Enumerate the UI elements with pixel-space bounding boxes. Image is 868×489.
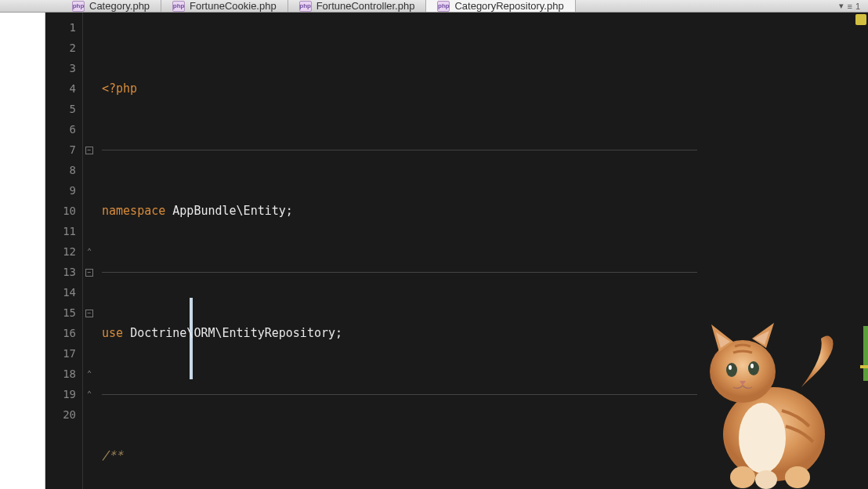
line-number[interactable]: 7 [45, 139, 76, 160]
tab-label: FortuneController.php [316, 0, 415, 12]
keyword-namespace: namespace [102, 204, 172, 218]
line-number[interactable]: 17 [45, 343, 76, 364]
fold-end-icon: ⌃ [87, 389, 92, 398]
tab-label: Category.php [89, 0, 150, 12]
code-editor[interactable]: <?php namespace AppBundle\Entity; use Do… [96, 13, 854, 489]
chevron-down-icon: ▾ [839, 1, 844, 11]
line-number[interactable]: 11 [45, 221, 76, 241]
php-file-icon: php [172, 1, 185, 12]
tab-label: FortuneCookie.php [190, 0, 277, 12]
php-file-icon: php [299, 1, 312, 12]
semicolon: ; [286, 204, 293, 218]
line-number-gutter[interactable]: 1234567891011121314151617181920 [45, 13, 83, 489]
namespace-path: AppBundle\Entity [172, 204, 286, 218]
tab-category-repository[interactable]: php CategoryRepository.php [426, 0, 575, 12]
keyword-use: use [102, 326, 130, 340]
semicolon: ; [335, 326, 342, 340]
php-file-icon: php [72, 1, 85, 12]
fold-toggle-icon[interactable]: − [85, 310, 93, 317]
ide-window: php Category.php php FortuneCookie.php p… [0, 0, 868, 489]
fold-gutter[interactable]: − ⌃ − − ⌃ ⌃ [83, 13, 96, 489]
line-number[interactable]: 8 [45, 160, 76, 180]
tab-fortune-cookie[interactable]: php FortuneCookie.php [161, 0, 288, 12]
line-number[interactable]: 2 [45, 38, 76, 58]
tab-count: 1 [855, 2, 860, 11]
line-number[interactable]: 16 [45, 323, 76, 343]
line-number[interactable]: 15 [45, 302, 76, 323]
inspection-eye-icon[interactable] [855, 14, 866, 25]
editor-area: 1234567891011121314151617181920 − ⌃ − − … [0, 13, 868, 489]
line-number[interactable]: 5 [45, 99, 76, 119]
fold-end-icon: ⌃ [87, 369, 92, 378]
docblock: /** [102, 448, 123, 462]
line-number[interactable]: 6 [45, 119, 76, 139]
warning-marker[interactable] [860, 365, 868, 368]
tab-fortune-controller[interactable]: php FortuneController.php [288, 0, 427, 12]
line-number[interactable]: 3 [45, 58, 76, 78]
fold-toggle-icon[interactable]: − [85, 147, 93, 154]
fold-end-icon: ⌃ [87, 247, 92, 255]
fold-toggle-icon[interactable]: − [85, 269, 93, 277]
list-icon: ≡ [847, 2, 852, 11]
line-number[interactable]: 18 [45, 364, 76, 384]
tab-bar: php Category.php php FortuneCookie.php p… [0, 0, 868, 13]
php-open-tag: <?php [102, 82, 137, 96]
tab-label: CategoryRepository.php [454, 0, 563, 12]
line-number[interactable]: 19 [45, 384, 76, 404]
tab-bar-controls[interactable]: ▾ ≡ 1 [839, 1, 868, 11]
php-file-icon: php [437, 1, 450, 12]
left-margin [0, 13, 45, 489]
line-number[interactable]: 4 [45, 78, 76, 99]
change-marker-green[interactable] [863, 326, 868, 381]
line-number[interactable]: 9 [45, 180, 76, 201]
line-number[interactable]: 14 [45, 282, 76, 302]
line-number[interactable]: 13 [45, 262, 76, 282]
line-number[interactable]: 10 [45, 201, 76, 221]
error-stripe[interactable] [854, 13, 868, 489]
tab-category[interactable]: php Category.php [61, 0, 161, 12]
line-number[interactable]: 1 [45, 17, 76, 38]
line-number[interactable]: 12 [45, 241, 76, 262]
line-number[interactable]: 20 [45, 404, 76, 425]
use-path: Doctrine\ORM\EntityRepository [130, 326, 335, 340]
